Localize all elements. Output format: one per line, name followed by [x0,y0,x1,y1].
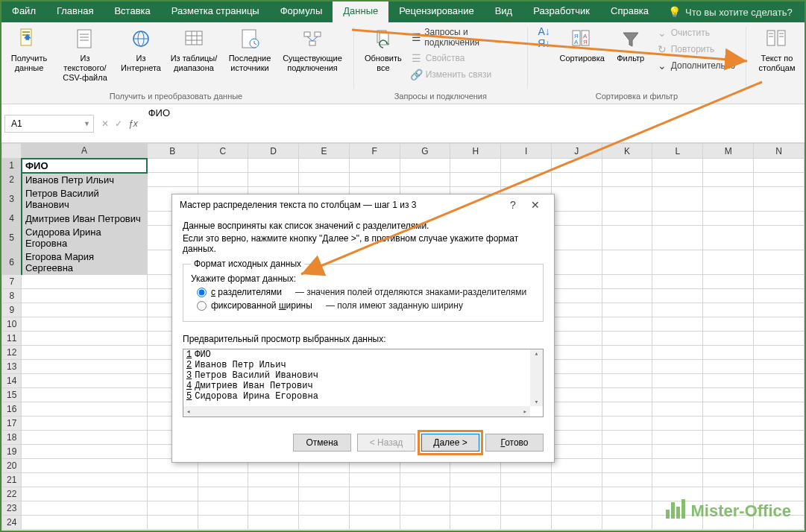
cell-F24[interactable] [349,516,400,530]
cell-C23[interactable] [198,501,248,516]
cell-K20[interactable] [602,459,652,473]
cell-K8[interactable] [602,289,652,303]
sort-desc-button[interactable]: Я↓ [535,37,553,49]
cell-N11[interactable] [754,332,805,346]
cell-K24[interactable] [602,516,652,530]
cell-N16[interactable] [754,402,805,417]
cell-I24[interactable] [501,516,552,530]
cell-A20[interactable] [22,459,147,473]
cell-L21[interactable] [652,473,703,487]
cell-F23[interactable] [349,501,400,516]
cell-M7[interactable] [703,275,754,289]
cell-M15[interactable] [703,388,754,402]
row-header-3[interactable]: 3 [2,187,22,212]
row-header-1[interactable]: 1 [2,159,22,173]
cell-M16[interactable] [703,402,754,417]
row-header-11[interactable]: 11 [2,332,22,346]
row-header-12[interactable]: 12 [2,346,22,360]
cell-J18[interactable] [551,431,602,445]
cell-H24[interactable] [450,516,501,530]
cell-A12[interactable] [22,346,147,360]
cell-B22[interactable] [147,487,198,501]
cell-N1[interactable] [754,159,805,173]
dialog-titlebar[interactable]: Мастер распределения текста по столбцам … [172,194,554,215]
cell-N8[interactable] [754,289,805,303]
cell-L17[interactable] [652,417,703,431]
cell-K18[interactable] [602,431,652,445]
cell-E2[interactable] [299,173,350,187]
cell-G23[interactable] [400,501,450,516]
cell-N7[interactable] [754,275,805,289]
cell-E1[interactable] [299,159,350,173]
cell-J24[interactable] [551,516,602,530]
menu-tab-вид[interactable]: Вид [485,1,523,22]
cell-A5[interactable]: Сидорова Ирина Егоровна [22,226,147,250]
select-all-corner[interactable] [2,144,22,159]
column-header-H[interactable]: H [450,144,501,159]
cell-J4[interactable] [551,212,602,226]
finish-button[interactable]: Готово [485,434,544,452]
cell-I2[interactable] [501,173,552,187]
cell-M1[interactable] [703,159,754,173]
cell-G1[interactable] [400,159,450,173]
cell-N10[interactable] [754,317,805,332]
row-header-24[interactable]: 24 [2,516,22,530]
cell-F1[interactable] [349,159,400,173]
column-header-M[interactable]: M [703,144,754,159]
row-header-20[interactable]: 20 [2,459,22,473]
row-header-21[interactable]: 21 [2,473,22,487]
help-button[interactable]: ? [502,199,524,211]
cell-C2[interactable] [198,173,248,187]
cell-L20[interactable] [652,459,703,473]
cell-A11[interactable] [22,332,147,346]
cell-J19[interactable] [551,445,602,459]
cell-L8[interactable] [652,289,703,303]
edit-links-button[interactable]: 🔗Изменить связи [408,67,520,82]
column-header-B[interactable]: B [147,144,198,159]
cell-L13[interactable] [652,360,703,374]
cell-M10[interactable] [703,317,754,332]
cell-L2[interactable] [652,173,703,187]
cell-L14[interactable] [652,374,703,388]
from-web-button[interactable]: Из Интернета [118,25,164,75]
menu-tab-справка[interactable]: Справка [600,1,659,22]
row-header-10[interactable]: 10 [2,317,22,332]
radio-fixed[interactable] [197,301,207,311]
cell-A16[interactable] [22,402,147,417]
cell-F21[interactable] [349,473,400,487]
cell-M2[interactable] [703,173,754,187]
cell-A21[interactable] [22,473,147,487]
cell-J5[interactable] [551,226,602,250]
cell-H23[interactable] [450,501,501,516]
existing-conn-button[interactable]: Существующие подключения [279,25,346,75]
cell-F2[interactable] [349,173,400,187]
cell-A2[interactable]: Иванов Петр Ильич [22,173,147,187]
reapply-button[interactable]: ↻Повторить [653,42,738,57]
properties-button[interactable]: ☰Свойства [408,51,520,66]
sort-asc-button[interactable]: A↓ [535,25,553,37]
cell-N18[interactable] [754,431,805,445]
cell-I22[interactable] [501,487,552,501]
row-header-8[interactable]: 8 [2,289,22,303]
menu-tab-вставка[interactable]: Вставка [104,1,160,22]
cell-L4[interactable] [652,212,703,226]
cell-N20[interactable] [754,459,805,473]
cell-A19[interactable] [22,445,147,459]
column-header-D[interactable]: D [248,144,299,159]
row-header-18[interactable]: 18 [2,431,22,445]
advanced-filter-button[interactable]: ⌄Дополнительно [653,58,738,73]
cell-M8[interactable] [703,289,754,303]
cell-D2[interactable] [248,173,299,187]
sort-button[interactable]: ЯААЯСортировка [556,25,608,65]
cell-B21[interactable] [147,473,198,487]
menu-tab-разметка страницы[interactable]: Разметка страницы [161,1,270,22]
cell-G2[interactable] [400,173,450,187]
cell-K13[interactable] [602,360,652,374]
column-header-N[interactable]: N [754,144,805,159]
cell-A22[interactable] [22,487,147,501]
cell-J12[interactable] [551,346,602,360]
text-to-columns-button[interactable]: Текст по столбцам [754,25,800,75]
cell-A15[interactable] [22,388,147,402]
fx-icon[interactable]: ƒx [128,118,138,129]
cell-N13[interactable] [754,360,805,374]
